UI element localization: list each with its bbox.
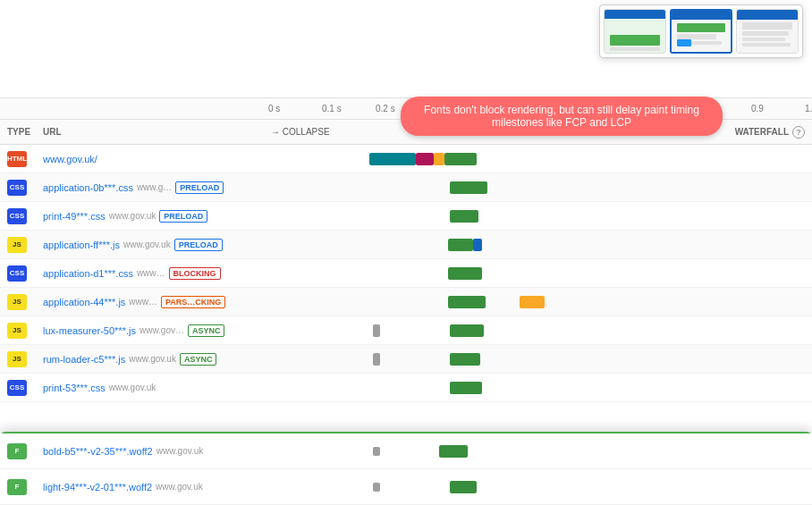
type-badge-js: JS [7,323,27,339]
bar-main [444,153,477,165]
type-badge-css: CSS [7,180,27,196]
cell-url: application-0b***.css www.g… PRELOAD [43,181,271,194]
font-popup: F bold-b5***-v2-35***.woff2 www.gov.uk F… [0,432,812,505]
cell-url: rum-loader-c5***.js www.gov.uk ASYNC [43,353,271,366]
table-row[interactable]: CSS application-0b***.css www.g… PRELOAD [0,173,812,202]
table-row[interactable]: CSS print-53***.css www.gov.uk [0,374,812,402]
type-badge-html: HTML [7,151,27,167]
url-domain: www.g… [137,182,172,192]
url-domain: www.gov.uk [109,383,156,392]
col-url-header: URL [43,127,271,137]
cell-url: print-49***.css www.gov.uk PRELOAD [43,210,271,223]
tag-badge: BLOCKING [169,267,221,280]
type-badge-js: JS [7,294,27,310]
cell-type: CSS [7,180,43,196]
bar-main [450,481,477,493]
bar-main [450,210,478,223]
cell-waterfall [369,442,805,460]
cell-waterfall [369,322,805,340]
bar-main [450,382,482,394]
url-domain: www.gov.uk [156,482,203,492]
font-row[interactable]: F bold-b5***-v2-35***.woff2 www.gov.uk [0,433,812,469]
cell-type: JS [7,294,43,310]
rows-container: HTML www.gov.uk/ CSS application-0b***.c… [0,145,812,402]
tooltip-bubble: Fonts don't block rendering, but can sti… [401,97,723,136]
bar-blue [473,239,482,251]
url-text: application-ff***.js [43,240,120,250]
cell-waterfall [369,293,805,311]
cell-type: JS [7,237,43,253]
bar-main [448,296,486,308]
thumbnail-1 [604,9,666,54]
url-text: lux-measurer-50***.js [43,325,136,336]
cell-waterfall [369,350,805,368]
table-row[interactable]: JS application-ff***.js www.gov.uk PRELO… [0,231,812,259]
cell-type: JS [7,351,43,367]
waterfall-info-icon[interactable]: ? [792,126,805,139]
bar-yellow [520,296,545,308]
cell-waterfall [369,207,805,225]
cell-waterfall [369,478,805,496]
url-domain: www… [137,268,165,278]
bar-main [450,324,484,337]
bar-gray [373,483,380,492]
bar-main [448,267,482,280]
url-domain: www.gov.uk [109,211,156,221]
cell-url: application-44***.js www… PARS…CKING [43,296,271,308]
type-badge-js: JS [7,237,27,253]
tag-badge: ASYNC [180,353,217,366]
url-domain: www.gov… [140,325,184,335]
collapse-button[interactable]: → COLLAPSE [271,127,369,137]
table-row[interactable]: JS lux-measurer-50***.js www.gov… ASYNC [0,316,812,345]
cell-type: JS [7,323,43,339]
cell-waterfall [369,179,805,197]
tag-badge: PRELOAD [174,239,223,251]
table-row[interactable]: HTML www.gov.uk/ [0,145,812,173]
url-text: application-d1***.css [43,268,133,279]
bar-main [450,181,487,194]
cell-type: CSS [7,265,43,282]
bar-gray [373,353,380,366]
type-badge-css: CSS [7,208,27,224]
url-text: rum-loader-c5***.js [43,354,125,365]
url-text: bold-b5***-v2-35***.woff2 [43,446,153,457]
tag-badge: ASYNC [188,324,225,337]
table-row[interactable]: CSS application-d1***.css www… BLOCKING [0,259,812,288]
cell-url: www.gov.uk/ [43,154,271,164]
tag-badge: PARS…CKING [161,296,225,308]
url-domain: www.gov.uk [123,240,171,249]
cell-type: CSS [7,208,43,224]
cell-url: bold-b5***-v2-35***.woff2 www.gov.uk [43,446,271,457]
bar-gray [373,447,380,456]
table-row[interactable]: JS application-44***.js www… PARS…CKING [0,288,812,316]
type-badge-css: CSS [7,380,27,396]
tick-9: 0.9 [751,104,805,114]
url-domain: www.gov.uk [156,446,204,456]
cell-url: application-ff***.js www.gov.uk PRELOAD [43,239,271,251]
url-text: application-44***.js [43,297,125,307]
bar-main [448,239,473,251]
cell-url: application-d1***.css www… BLOCKING [43,267,271,280]
type-badge-font: F [7,443,27,459]
type-badge-css: CSS [7,265,27,282]
type-badge-font: F [7,479,27,495]
table-row[interactable]: JS rum-loader-c5***.js www.gov.uk ASYNC [0,345,812,374]
url-text: light-94***-v2-01***.woff2 [43,482,152,492]
bar-pink [416,153,434,165]
thumbnail-2 [670,9,732,54]
url-text: print-49***.css [43,211,106,222]
url-text: print-53***.css [43,383,106,393]
bar-teal [369,153,416,165]
tag-badge: PRELOAD [159,210,207,223]
main-container: Fonts don't block rendering, but can sti… [0,0,812,505]
url-domain: www.gov.uk [129,354,176,364]
bar-main [450,353,480,366]
thumbnail-3 [736,9,799,54]
thumbnail-strip [599,4,803,58]
bar-gray [373,324,380,337]
cell-type: F [7,479,43,495]
cell-url: print-53***.css www.gov.uk [43,383,271,393]
font-row[interactable]: F light-94***-v2-01***.woff2 www.gov.uk [0,469,812,505]
cell-type: F [7,443,43,459]
table-row[interactable]: CSS print-49***.css www.gov.uk PRELOAD [0,202,812,231]
